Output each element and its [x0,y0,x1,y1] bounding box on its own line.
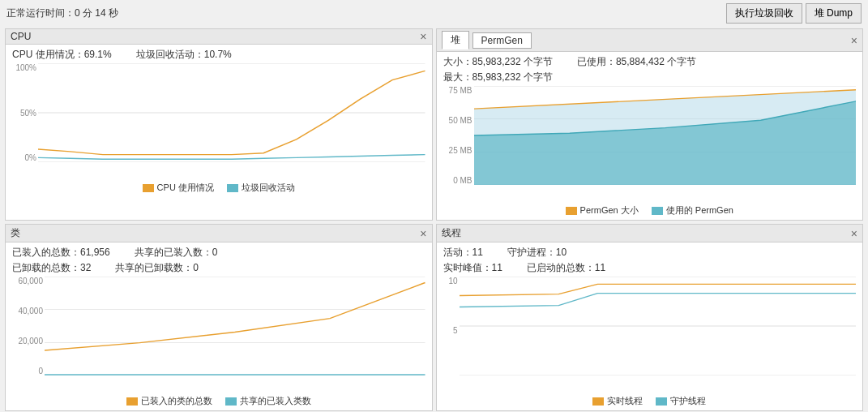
class-panel: 类 × 已装入的总数：61,956 共享的已装入数：0 已卸载的总数：32 共享… [5,224,433,411]
cpu-usage-stat: CPU 使用情况：69.1% [12,48,112,62]
class-loaded-total-stat: 已装入的总数：61,956 [12,246,110,260]
cpu-panel-close[interactable]: × [420,31,426,42]
class-legend-label-2: 共享的已装入类数 [240,395,311,407]
gc-activity-stat: 垃圾回收活动：10.7% [136,48,232,62]
thread-legend-label-2: 守护线程 [670,395,706,407]
cpu-legend-label-2: 垃圾回收活动 [242,182,295,194]
class-panel-close[interactable]: × [420,228,426,239]
heap-legend-label-1: PermGen 大小 [580,204,639,217]
heap-panel-close[interactable]: × [851,35,857,46]
heap-used-stat: 已使用：85,884,432 个字节 [577,55,696,69]
cpu-panel-header: CPU × [6,29,432,45]
thread-legend-color-1 [592,397,604,406]
heap-chart-area: 75 MB 50 MB 25 MB 0 MB [443,86,857,200]
top-bar: 正常运行时间：0 分 14 秒 执行垃圾回收 堆 Dump [0,0,868,27]
heap-stats: 大小：85,983,232 个字节 已使用：85,884,432 个字节 最大：… [437,52,863,86]
gc-button[interactable]: 执行垃圾回收 [726,3,802,24]
heap-max-stat: 最大：85,983,232 个字节 [443,71,553,84]
cpu-legend-color-2 [227,184,238,192]
heap-panel: 堆 PermGen × 大小：85,983,232 个字节 已使用：85,884… [436,28,864,221]
thread-panel: 线程 × 活动：11 守护进程：10 实时峰值：11 已启动的总数：11 [436,224,864,411]
cpu-stats: CPU 使用情况：69.1% 垃圾回收活动：10.7% [6,45,432,63]
class-shared-unloaded-stat: 共享的已卸载数：0 [115,261,199,275]
class-panel-title: 类 [11,226,20,240]
thread-peak-stat: 实时峰值：11 [443,261,502,275]
thread-stats: 活动：11 守护进程：10 实时峰值：11 已启动的总数：11 [437,242,863,277]
thread-chart-area: 10 5 19:04:12 19:04:14 19:04:16 19:04:18 [443,277,857,390]
heap-legend-color-1 [566,207,577,215]
top-bar-buttons: 执行垃圾回收 堆 Dump [726,3,862,24]
class-panel-header: 类 × [6,225,432,242]
thread-active-stat: 活动：11 [443,246,483,260]
thread-legend-color-2 [656,397,667,406]
class-stats: 已装入的总数：61,956 共享的已装入数：0 已卸载的总数：32 共享的已卸载… [6,242,432,277]
heap-legend-label-2: 使用的 PermGen [666,204,733,217]
thread-daemon-stat: 守护进程：10 [507,246,567,260]
cpu-legend-color-1 [143,184,154,192]
class-chart-area: 60,000 40,000 20,000 0 19:04:12 19:04:14 [12,277,425,390]
thread-legend-label-1: 实时线程 [607,395,643,407]
class-legend-color-2 [225,397,237,406]
class-legend: 已装入的类的总数 共享的已装入类数 [6,393,432,410]
thread-panel-title: 线程 [442,226,461,240]
cpu-panel-title: CPU [11,31,31,42]
heap-chart: 19:04:12 19:04:14 19:04:16 19:04:18 [474,86,857,185]
thread-legend: 实时线程 守护线程 [437,393,863,410]
heap-panel-header: 堆 PermGen × [437,29,863,52]
uptime-label: 正常运行时间：0 分 14 秒 [6,6,118,20]
permgen-tab[interactable]: PermGen [472,32,532,49]
thread-panel-header: 线程 × [437,225,863,242]
dump-button[interactable]: 堆 Dump [806,3,862,24]
cpu-legend: CPU 使用情况 垃圾回收活动 [6,180,432,197]
class-unloaded-total-stat: 已卸载的总数：32 [12,261,91,275]
thread-chart: 19:04:12 19:04:14 19:04:16 19:04:18 [460,277,857,376]
thread-panel-close[interactable]: × [851,228,857,239]
heap-tab[interactable]: 堆 [442,31,469,49]
cpu-chart-area: 100% 50% 0% 19:04:14 19:04:16 19 [12,63,425,177]
class-legend-label-1: 已装入的类的总数 [141,395,212,407]
heap-legend-color-2 [652,207,663,215]
class-shared-loaded-stat: 共享的已装入数：0 [135,246,218,260]
class-legend-color-1 [126,397,138,406]
cpu-chart: 19:04:14 19:04:16 19:04:18 [38,63,425,162]
class-chart: 19:04:12 19:04:14 19:04:16 19:04:18 [45,277,425,376]
panels-grid: CPU × CPU 使用情况：69.1% 垃圾回收活动：10.7% 100% 5… [0,27,868,412]
cpu-legend-label-1: CPU 使用情况 [157,182,214,194]
heap-size-stat: 大小：85,983,232 个字节 [443,55,553,69]
thread-total-started-stat: 已启动的总数：11 [527,261,605,275]
heap-legend: PermGen 大小 使用的 PermGen [437,203,863,220]
cpu-panel: CPU × CPU 使用情况：69.1% 垃圾回收活动：10.7% 100% 5… [5,28,433,221]
